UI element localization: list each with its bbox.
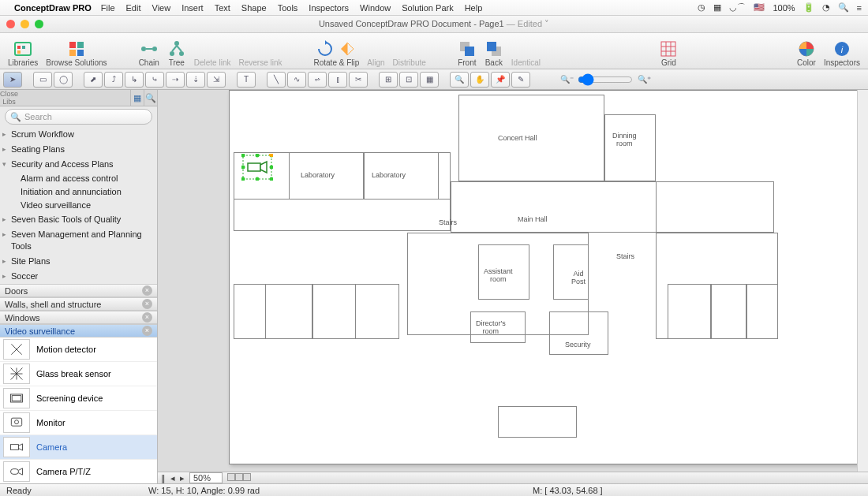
close-icon[interactable]: × — [142, 299, 152, 309]
eyedropper-tool[interactable]: ✎ — [511, 72, 530, 88]
group-tool-3[interactable]: ▦ — [420, 72, 439, 88]
page-nav-first[interactable]: ‖ — [161, 473, 166, 483]
menu-shape[interactable]: Shape — [241, 3, 267, 13]
color-button[interactable]: Color — [794, 33, 819, 69]
svg-point-39 — [256, 154, 260, 158]
connector-tool-1[interactable]: ⬈ — [84, 72, 103, 88]
pointer-tool[interactable]: ➤ — [3, 72, 22, 88]
menu-help[interactable]: Help — [465, 3, 483, 13]
hand-tool[interactable]: ✋ — [470, 72, 489, 88]
line-tool-3[interactable]: ⩫ — [308, 72, 327, 88]
stamp-tool[interactable]: 📌 — [491, 72, 510, 88]
app-name[interactable]: ConceptDraw PRO — [14, 3, 92, 13]
tree-mgmt[interactable]: Seven Management and Planning Tools — [0, 227, 157, 254]
back-button[interactable]: Back — [481, 33, 507, 69]
browse-solutions-button[interactable]: Browse Solutions — [43, 33, 110, 69]
tree-scrum[interactable]: Scrum Workflow — [0, 127, 157, 142]
libtab-walls[interactable]: Walls, shell and structure× — [0, 297, 157, 311]
squares-icon[interactable]: ▦ — [713, 2, 721, 13]
rect-tool[interactable]: ▭ — [33, 72, 52, 88]
tree-seating[interactable]: Seating Plans — [0, 142, 157, 157]
line-tool-1[interactable]: ╲ — [267, 72, 286, 88]
inspectors-button[interactable]: i Inspectors — [821, 33, 863, 69]
group-tool-2[interactable]: ⊡ — [399, 72, 418, 88]
connector-tool-6[interactable]: ⇣ — [186, 72, 205, 88]
grid-view-button[interactable]: ▦ — [130, 90, 144, 106]
tree-alarm[interactable]: Alarm and access control — [0, 172, 157, 185]
connector-tool-3[interactable]: ↳ — [125, 72, 144, 88]
front-button[interactable]: Front — [455, 33, 480, 69]
connector-tool-7[interactable]: ⇲ — [207, 72, 226, 88]
spotlight-icon[interactable]: 🔍 — [838, 2, 849, 13]
ellipse-tool[interactable]: ◯ — [54, 72, 73, 88]
close-icon[interactable]: × — [142, 326, 152, 336]
connector-tool-2[interactable]: ⤴ — [104, 72, 123, 88]
search-button[interactable]: 🔍 — [144, 90, 157, 106]
tree-site[interactable]: Site Plans — [0, 254, 157, 269]
menu-window[interactable]: Window — [360, 3, 391, 13]
tree-initiation[interactable]: Initiation and annunciation — [0, 185, 157, 199]
menu-text[interactable]: Text — [215, 3, 230, 13]
shape-monitor[interactable]: Monitor — [0, 411, 157, 435]
group-tool-1[interactable]: ⊞ — [379, 72, 398, 88]
page-nav-next[interactable]: ▸ — [180, 473, 185, 483]
wifi-icon[interactable]: ◡⌒ — [729, 2, 746, 13]
menu-tools[interactable]: Tools — [278, 3, 298, 13]
libtab-doors[interactable]: Doors× — [0, 284, 157, 297]
menu-insert[interactable]: Insert — [181, 3, 204, 13]
grid-button[interactable]: Grid — [656, 33, 681, 69]
zoom-in-tool[interactable]: 🔍 — [450, 72, 469, 88]
page-tabs[interactable] — [227, 473, 251, 483]
line-tool-2[interactable]: ∿ — [287, 72, 306, 88]
shape-screening[interactable]: Screening device — [0, 386, 157, 411]
menu-file[interactable]: File — [101, 3, 115, 13]
zoom-out-button[interactable]: 🔍⁻ — [557, 72, 576, 88]
clock-icon[interactable]: ◷ — [698, 2, 705, 13]
libtab-video[interactable]: Video surveillance× — [0, 324, 157, 338]
line-tool-4[interactable]: ⫿ — [328, 72, 347, 88]
search-input[interactable]: 🔍Search — [5, 109, 152, 125]
svg-rect-7 — [77, 50, 84, 56]
libtab-windows[interactable]: Windows× — [0, 311, 157, 324]
tree-button[interactable]: Tree — [164, 33, 189, 69]
menu-icon[interactable]: ≡ — [857, 3, 862, 13]
libraries-button[interactable]: Libraries — [5, 33, 41, 69]
selected-camera-shape[interactable] — [241, 154, 273, 181]
flag-icon[interactable]: 🇺🇸 — [754, 2, 765, 13]
menu-view[interactable]: View — [152, 3, 171, 13]
menu-solutionpark[interactable]: Solution Park — [402, 3, 453, 13]
canvas-area[interactable]: Concert Hall Dinning room Laboratory Lab… — [158, 90, 868, 483]
zoom-slider[interactable] — [578, 73, 633, 86]
minimize-window-button[interactable] — [21, 20, 29, 28]
shape-camera-ptz[interactable]: Camera P/T/Z — [0, 460, 157, 483]
tree-security[interactable]: Security and Access Plans — [0, 157, 157, 172]
text-tool[interactable]: T — [237, 72, 256, 88]
shape-motion-detector[interactable]: Motion detector — [0, 338, 157, 362]
battery-icon[interactable]: 🔋 — [803, 2, 814, 13]
shape-camera[interactable]: Camera — [0, 435, 157, 460]
zoom-in-button[interactable]: 🔍⁺ — [634, 72, 653, 88]
close-icon[interactable]: × — [142, 285, 152, 296]
close-libs-button[interactable]: CloseLibs — [0, 90, 18, 106]
zoom-window-button[interactable] — [35, 20, 43, 28]
drawing-canvas[interactable]: Concert Hall Dinning room Laboratory Lab… — [229, 90, 868, 464]
menu-inspectors[interactable]: Inspectors — [309, 3, 349, 13]
close-window-button[interactable] — [6, 20, 15, 28]
shape-glass-break[interactable]: Glass break sensor — [0, 362, 157, 386]
page-nav-prev[interactable]: ◂ — [170, 473, 175, 483]
line-tool-5[interactable]: ✂ — [349, 72, 368, 88]
chain-button[interactable]: Chain — [136, 33, 163, 69]
close-icon[interactable]: × — [142, 312, 152, 323]
connector-tool-5[interactable]: ⇢ — [166, 72, 185, 88]
tree-video[interactable]: Video surveillance — [0, 199, 157, 212]
zoom-dropdown[interactable]: 50% — [189, 472, 223, 483]
connector-tool-4[interactable]: ⤷ — [145, 72, 164, 88]
tree-soccer[interactable]: Soccer — [0, 269, 157, 284]
time-icon[interactable]: ◔ — [822, 2, 830, 13]
lib-filter-input[interactable] — [18, 91, 130, 104]
rotate-flip-button[interactable]: Rotate & Flip — [311, 33, 363, 69]
tree-quality[interactable]: Seven Basic Tools of Quality — [0, 212, 157, 227]
vertical-scrollbar[interactable] — [857, 90, 868, 472]
menu-edit[interactable]: Edit — [126, 3, 141, 13]
status-dimensions: W: 15, H: 10, Angle: 0.99 rad — [148, 486, 322, 495]
